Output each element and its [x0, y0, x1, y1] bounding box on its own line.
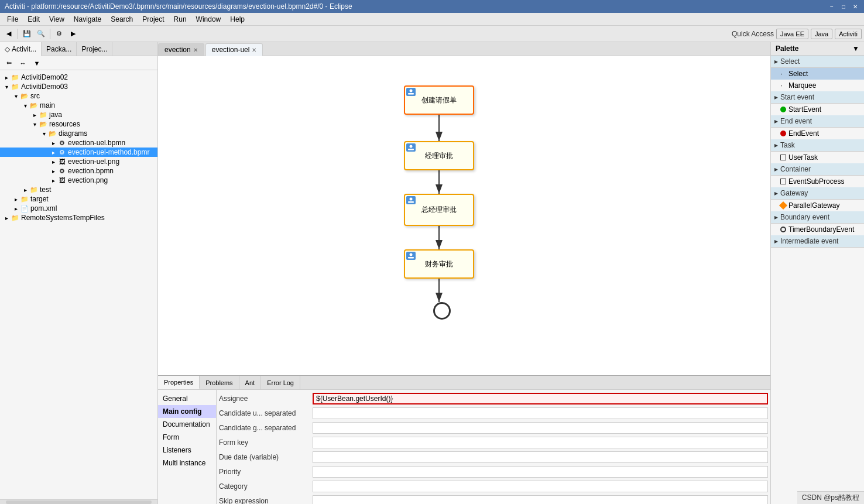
tree-toggle[interactable]: ▸ — [12, 205, 20, 212]
props-tab-error-log[interactable]: Error Log — [261, 376, 300, 389]
props-field-input-candidate-u-separated[interactable] — [313, 407, 768, 419]
tree-item-pom-xml[interactable]: ▸📄pom.xml — [0, 204, 157, 213]
toolbar-btn-4[interactable]: ⚙ — [53, 28, 66, 40]
properties-tabs[interactable]: PropertiesProblemsAntError Log — [158, 376, 770, 390]
left-tab-activiti[interactable]: ◇ Activit... — [0, 42, 42, 56]
diagram-node-finance-approve[interactable]: 财务审批 — [404, 249, 474, 279]
tree-toggle[interactable]: ▸ — [49, 168, 57, 174]
tree-toggle[interactable]: ▸ — [49, 177, 57, 184]
perspective-java-ee[interactable]: Java EE — [776, 29, 808, 39]
minimize-button[interactable]: − — [828, 2, 836, 11]
menu-item-view[interactable]: View — [44, 14, 69, 25]
menu-item-project[interactable]: Project — [138, 14, 169, 25]
perspective-activiti[interactable]: Activiti — [835, 29, 862, 39]
tree-toggle[interactable]: ▾ — [2, 84, 11, 90]
tree-item-src[interactable]: ▾📂src — [0, 91, 157, 101]
tree-item-remote-systems[interactable]: ▸📁RemoteSystemsTempFiles — [0, 213, 157, 222]
tree-toggle[interactable]: ▸ — [12, 196, 20, 203]
tree-toggle[interactable]: ▸ — [2, 215, 11, 221]
menu-item-edit[interactable]: Edit — [23, 14, 44, 25]
palette-section-select[interactable]: ▸Select — [771, 56, 864, 68]
tree-toggle[interactable]: ▾ — [21, 102, 29, 109]
palette-section-container[interactable]: ▸Container — [771, 163, 864, 176]
editor-tab-evection-uel[interactable]: evection-uel✕ — [205, 43, 263, 56]
tree-toggle[interactable]: ▾ — [12, 93, 20, 100]
palette-item-timerboundaryevent[interactable]: TimerBoundaryEvent — [771, 224, 864, 235]
props-nav-multi-instance[interactable]: Multi instance — [158, 457, 216, 469]
tab-close[interactable]: ✕ — [193, 47, 198, 53]
palette-section-start-event[interactable]: ▸Start event — [771, 91, 864, 104]
collapse-all-btn[interactable]: ⇐ — [2, 57, 15, 70]
tree-item-java[interactable]: ▸📁java — [0, 110, 157, 119]
menu-item-window[interactable]: Window — [191, 14, 226, 25]
tree-item-diagrams[interactable]: ▾📂diagrams — [0, 129, 157, 138]
props-tab-ant[interactable]: Ant — [239, 376, 262, 389]
view-menu-btn[interactable]: ▼ — [30, 57, 43, 70]
tree-item-evection-bpmn[interactable]: ▸⚙evection.bpmn — [0, 166, 157, 176]
props-field-input-skip-expression[interactable] — [313, 495, 768, 504]
maximize-button[interactable]: □ — [839, 2, 848, 11]
props-nav-main-config[interactable]: Main config — [158, 405, 216, 418]
toolbar-btn-1[interactable]: ◀ — [2, 28, 15, 40]
tree-toggle[interactable]: ▾ — [40, 131, 48, 137]
palette-section-boundary-event[interactable]: ▸Boundary event — [771, 211, 864, 224]
diagram-node-manager-approve[interactable]: 经理审批 — [404, 141, 474, 170]
palette-item-usertask[interactable]: UserTask — [771, 152, 864, 163]
toolbar-btn-2[interactable]: 💾 — [20, 28, 33, 40]
tree-toggle[interactable]: ▸ — [2, 74, 11, 81]
props-tab-problems[interactable]: Problems — [200, 376, 239, 389]
editor-tabs[interactable]: evection✕evection-uel✕ — [158, 42, 770, 56]
menu-item-file[interactable]: File — [2, 14, 23, 25]
horizontal-scroll[interactable] — [6, 500, 152, 504]
diagram-node-gm-approve[interactable]: 总经理审批 — [404, 194, 474, 226]
props-field-input-category[interactable] — [313, 481, 768, 492]
tree-item-evection-png[interactable]: ▸🖼evection.png — [0, 176, 157, 185]
tree-toggle[interactable]: ▾ — [30, 121, 39, 128]
menu-item-navigate[interactable]: Navigate — [69, 14, 106, 25]
tree-item-activiti-demo03[interactable]: ▾📁ActivitiDemo03 — [0, 82, 157, 91]
tree-item-activiti-demo02[interactable]: ▸📁ActivitiDemo02 — [0, 73, 157, 82]
tree-item-evection-uel-bpmn[interactable]: ▸⚙evection-uel.bpmn — [0, 138, 157, 148]
props-nav-documentation[interactable]: Documentation — [158, 418, 216, 431]
palette-section-intermediate-event[interactable]: ▸Intermediate event — [771, 235, 864, 248]
close-button[interactable]: ✕ — [851, 2, 859, 11]
tab-close[interactable]: ✕ — [252, 47, 256, 53]
menu-item-help[interactable]: Help — [225, 14, 249, 25]
left-tab-packages[interactable]: Packa... — [42, 42, 77, 56]
palette-item-marquee[interactable]: ·Marquee — [771, 80, 864, 91]
props-nav-form[interactable]: Form — [158, 431, 216, 444]
props-tab-properties[interactable]: Properties — [158, 376, 200, 389]
diagram-node-create-leave[interactable]: 创建请假单 — [404, 85, 474, 115]
palette-item-startevent[interactable]: StartEvent — [771, 104, 864, 115]
tree-item-target[interactable]: ▸📁target — [0, 194, 157, 204]
menu-item-search[interactable]: Search — [106, 14, 138, 25]
palette-section-task[interactable]: ▸Task — [771, 139, 864, 152]
palette-item-parallelgateway[interactable]: ParallelGateway — [771, 200, 864, 211]
tree-item-evection-uel-png[interactable]: ▸🖼evection-uel.png — [0, 157, 157, 166]
palette-item-eventsubprocess[interactable]: EventSubProcess — [771, 176, 864, 187]
palette-section-end-event[interactable]: ▸End event — [771, 115, 864, 128]
end-event[interactable] — [433, 302, 451, 320]
tree-toggle[interactable]: ▸ — [49, 140, 57, 146]
tree-toggle[interactable]: ▸ — [21, 187, 29, 193]
props-field-input-priority[interactable] — [313, 466, 768, 478]
palette-item-select[interactable]: ·Select — [771, 68, 864, 80]
props-field-input-due-date-variable[interactable] — [313, 451, 768, 463]
link-editor-btn[interactable]: ↔ — [16, 57, 29, 70]
tree-item-test[interactable]: ▸📁test — [0, 185, 157, 194]
window-controls[interactable]: − □ ✕ — [828, 2, 859, 11]
menu-item-run[interactable]: Run — [169, 14, 191, 25]
editor-tab-evection[interactable]: evection✕ — [158, 43, 204, 56]
left-tab-projects[interactable]: Projec... — [77, 42, 112, 56]
props-field-input-form-key[interactable] — [313, 437, 768, 448]
palette-item-endevent[interactable]: EndEvent — [771, 128, 864, 139]
tree-item-main[interactable]: ▾📂main — [0, 101, 157, 110]
palette-section-gateway[interactable]: ▸Gateway — [771, 187, 864, 200]
diagram-area[interactable]: 创建请假单经理审批总经理审批财务审批 — [158, 56, 770, 375]
tree-item-evection-uel-method[interactable]: ▸⚙evection-uel-method.bpmr — [0, 148, 157, 157]
props-nav-general[interactable]: General — [158, 392, 216, 405]
tree-toggle[interactable]: ▸ — [49, 159, 57, 165]
tree-toggle[interactable]: ▸ — [49, 149, 57, 156]
left-tabs[interactable]: ◇ Activit... Packa... Projec... — [0, 42, 157, 56]
props-field-input-assignee[interactable] — [313, 393, 768, 404]
